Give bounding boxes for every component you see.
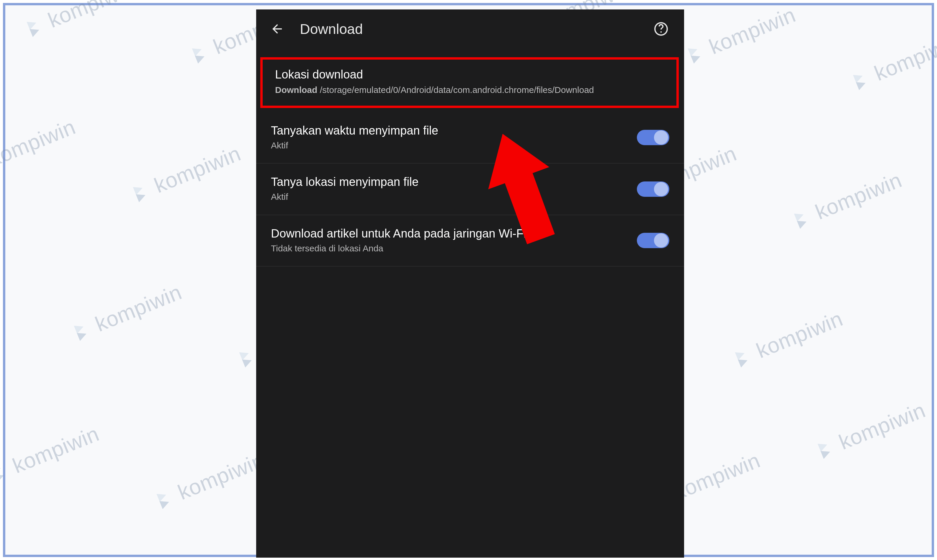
frame: kompiwin kompiwin kompiwin kompiwin komp… — [3, 3, 934, 557]
watermark-text: kompiwin — [835, 398, 929, 454]
setting-row-ask-time[interactable]: Tanyakan waktu menyimpan file Aktif — [256, 112, 684, 164]
download-location-path-value: /storage/emulated/0/Android/data/com.and… — [317, 85, 594, 95]
download-location-row[interactable]: Lokasi download Download /storage/emulat… — [260, 57, 679, 108]
toggle-switch[interactable] — [637, 130, 669, 145]
watermark-text: kompiwin — [0, 114, 79, 171]
setting-subtitle: Aktif — [271, 140, 625, 152]
setting-row-download-articles-wifi[interactable]: Download artikel untuk Anda pada jaringa… — [256, 215, 684, 267]
watermark-text: kompiwin — [174, 448, 268, 504]
watermark-text: kompiwin — [92, 280, 185, 336]
page-title: Download — [300, 21, 638, 37]
setting-row-ask-location[interactable]: Tanya lokasi menyimpan file Aktif — [256, 163, 684, 215]
watermark-text: kompiwin — [812, 168, 905, 224]
watermark-text: kompiwin — [151, 141, 244, 197]
watermark-text: kompiwin — [753, 306, 846, 363]
setting-title: Tanya lokasi menyimpan file — [271, 175, 625, 189]
phone-screenshot: Download Lokasi download Download /stora… — [256, 9, 684, 558]
help-circle-icon — [654, 22, 668, 36]
arrow-back-icon — [270, 22, 284, 36]
back-button[interactable] — [269, 21, 285, 37]
watermark-text: kompiwin — [871, 29, 937, 85]
help-button[interactable] — [653, 21, 669, 37]
toggle-switch[interactable] — [637, 233, 669, 248]
appbar: Download — [256, 9, 684, 48]
setting-title: Download artikel untuk Anda pada jaringa… — [271, 227, 625, 240]
setting-subtitle: Tidak tersedia di lokasi Anda — [271, 243, 625, 255]
watermark-text: kompiwin — [706, 2, 799, 59]
watermark-text: kompiwin — [9, 422, 102, 478]
toggle-switch[interactable] — [637, 182, 669, 197]
download-location-path-label: Download — [275, 85, 317, 95]
download-location-title: Lokasi download — [275, 68, 664, 81]
watermark-text: kompiwin — [45, 0, 138, 32]
watermark-text: kompiwin — [670, 448, 763, 504]
setting-subtitle: Aktif — [271, 191, 625, 203]
download-location-path: Download /storage/emulated/0/Android/dat… — [275, 84, 664, 96]
setting-title: Tanyakan waktu menyimpan file — [271, 124, 625, 137]
